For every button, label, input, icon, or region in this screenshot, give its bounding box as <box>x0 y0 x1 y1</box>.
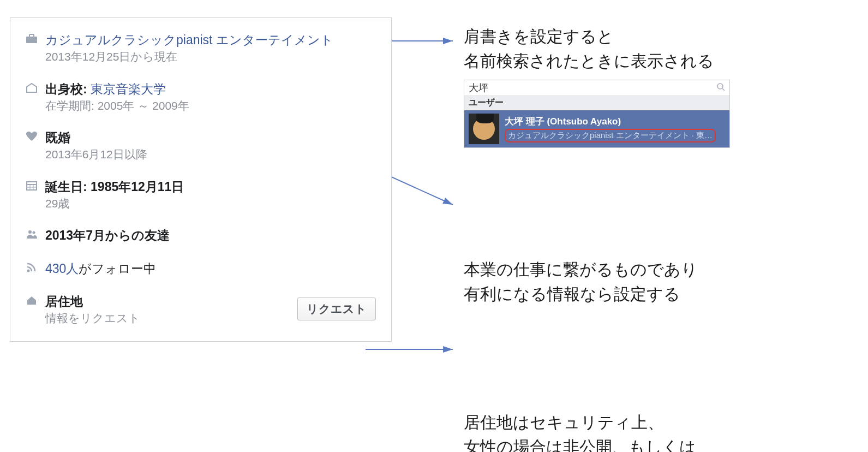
marital-row: 既婚 2013年6月12日以降 <box>26 129 376 163</box>
followers-suffix: がフォロー中 <box>79 261 156 276</box>
svg-point-13 <box>717 84 723 89</box>
search-query: 大坪 <box>469 81 716 94</box>
marital-status: 既婚 <box>45 129 376 146</box>
svg-point-10 <box>28 230 32 234</box>
school-name[interactable]: 東京音楽大学 <box>91 82 166 96</box>
rss-icon <box>26 260 45 276</box>
avatar <box>469 114 499 144</box>
svg-rect-5 <box>27 182 37 190</box>
home-icon <box>26 293 45 308</box>
birthday-row: 誕生日: 1985年12月11日 29歳 <box>26 178 376 212</box>
work-title[interactable]: カジュアルクラシックpianist エンターテイメント <box>45 31 376 49</box>
svg-line-14 <box>722 88 725 91</box>
followers-row: 430人がフォロー中 <box>26 260 376 277</box>
result-subtitle-highlighted: カジュアルクラシックpianist エンターテイメント · 東… <box>505 129 716 142</box>
annotation-3: 居住地はセキュリティ上、 女性の場合は非公開、もしくは 広範囲な地域を記載する <box>464 410 857 452</box>
friends-since: 2013年7月からの友達 <box>45 227 376 244</box>
briefcase-icon <box>26 31 45 47</box>
calendar-icon <box>26 178 45 194</box>
annotation-2: 本業の仕事に繋がるものであり 有利になる情報なら設定する <box>464 257 857 306</box>
work-row: カジュアルクラシックpianist エンターテイメント 2013年12月25日か… <box>26 31 376 65</box>
svg-rect-4 <box>29 34 34 37</box>
friends-row: 2013年7月からの友達 <box>26 227 376 244</box>
search-result-item[interactable]: 大坪 理子 (Ohtsubo Ayako) カジュアルクラシックpianist … <box>464 110 729 147</box>
search-result-widget: 大坪 ユーザー 大坪 理子 (Ohtsubo Ayako) カジュアルクラシック… <box>464 80 730 148</box>
birthday-sub: 29歳 <box>45 195 376 211</box>
heart-icon <box>26 129 45 145</box>
school-row: 出身校: 東京音楽大学 在学期間: 2005年 ～ 2009年 <box>26 80 376 114</box>
followers-count[interactable]: 430人 <box>45 261 79 276</box>
search-field-row[interactable]: 大坪 <box>464 80 729 96</box>
marital-sub: 2013年6月12日以降 <box>45 146 376 162</box>
work-sub: 2013年12月25日から現在 <box>45 49 376 64</box>
school-sub: 在学期間: 2005年 ～ 2009年 <box>45 98 376 114</box>
profile-about-card: カジュアルクラシックpianist エンターテイメント 2013年12月25日か… <box>10 17 392 342</box>
school-icon <box>26 80 45 96</box>
request-button[interactable]: リクエスト <box>297 298 376 320</box>
birthday-label: 誕生日: 1985年12月11日 <box>45 178 376 195</box>
search-icon[interactable] <box>716 82 725 93</box>
svg-point-12 <box>27 269 30 272</box>
annotation-1: 肩書きを設定すると 名前検索されたときに表示される <box>464 24 857 73</box>
search-section-header: ユーザー <box>464 96 729 110</box>
annotations-panel: 肩書きを設定すると 名前検索されたときに表示される 大坪 ユーザー 大坪 理子 … <box>464 24 857 452</box>
result-name: 大坪 理子 (Ohtsubo Ayako) <box>505 115 725 128</box>
svg-point-11 <box>33 231 35 234</box>
school-label: 出身校: <box>45 82 91 96</box>
friends-icon <box>26 227 45 242</box>
